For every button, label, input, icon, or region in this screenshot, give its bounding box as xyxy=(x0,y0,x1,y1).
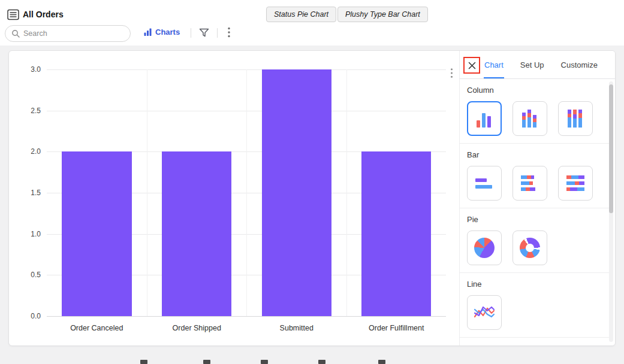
tab-set-up[interactable]: Set Up xyxy=(520,51,545,78)
grouped-column-icon xyxy=(474,108,495,129)
chart-type-grouped-bar[interactable] xyxy=(467,166,502,201)
chart-type-stacked-column[interactable] xyxy=(513,101,547,136)
toolbar-divider xyxy=(191,28,191,38)
chart-card: 0.00.51.01.52.02.53.0Order CanceledOrder… xyxy=(8,50,616,346)
search-input[interactable] xyxy=(5,25,131,42)
tab-customize[interactable]: Customize xyxy=(560,51,598,78)
pie-icon xyxy=(474,238,495,258)
x-axis-category-label: Submitted xyxy=(247,324,346,332)
close-icon xyxy=(468,62,476,69)
close-button-highlight xyxy=(463,57,480,74)
chart-type-stacked-bar[interactable] xyxy=(513,166,547,201)
stacked-column-icon xyxy=(519,108,541,129)
gridline xyxy=(47,316,446,317)
view-button-plushy-type-bar-chart[interactable]: Plushy Type Bar Chart xyxy=(337,7,428,22)
stacked-bar-icon xyxy=(519,172,541,194)
y-axis-tick-label: 2.5 xyxy=(14,107,41,115)
top-header: All Orders Status Pie Chart Plushy Type … xyxy=(0,0,624,46)
bar-order-canceled[interactable] xyxy=(62,151,132,316)
charts-button[interactable]: Charts xyxy=(144,28,180,37)
y-axis-tick-label: 3.0 xyxy=(14,65,41,74)
x-axis-category-label: Order Shipped xyxy=(147,324,247,332)
panel-tabs: Chart Set Up Customize xyxy=(484,51,598,78)
clipped-mark xyxy=(140,360,147,364)
grouped-bar-icon xyxy=(474,172,495,194)
section-bar: Bar xyxy=(460,144,609,208)
chart-type-100-stacked-bar[interactable] xyxy=(558,166,593,201)
view-list-icon[interactable] xyxy=(6,8,20,21)
charts-button-label: Charts xyxy=(155,28,180,37)
y-axis-tick-label: 2.0 xyxy=(14,147,41,156)
bar-chart-area: 0.00.51.01.52.02.53.0Order CanceledOrder… xyxy=(9,51,459,345)
close-panel-button[interactable] xyxy=(465,59,478,72)
y-axis-tick-label: 0.5 xyxy=(14,271,41,279)
section-pie: Pie xyxy=(460,208,609,273)
chart-type-pie[interactable] xyxy=(467,230,502,265)
chart-type-list: Column xyxy=(460,79,609,345)
panel-header: Chart Set Up Customize xyxy=(460,51,615,79)
clipped-mark xyxy=(203,360,210,364)
search-icon xyxy=(11,29,20,38)
category-slot: Submitted xyxy=(246,69,346,316)
panel-scrollbar[interactable] xyxy=(609,81,613,342)
section-label: X,Y (Scatter) xyxy=(467,344,602,345)
section-scatter: X,Y (Scatter) xyxy=(460,338,609,345)
section-label: Pie xyxy=(467,215,602,225)
line-chart-icon xyxy=(474,304,495,321)
toolbar-divider xyxy=(217,28,218,38)
kebab-menu-icon[interactable] xyxy=(227,26,231,40)
100-stacked-column-icon xyxy=(565,108,586,129)
section-label: Column xyxy=(467,86,602,95)
bar-submitted[interactable] xyxy=(262,69,331,316)
donut-icon xyxy=(520,238,540,258)
search-field[interactable] xyxy=(23,29,124,38)
chart-type-grouped-column[interactable] xyxy=(467,101,502,136)
y-axis-tick-label: 0.0 xyxy=(14,312,41,320)
x-axis-category-label: Order Fulfillment xyxy=(347,324,447,332)
category-slot: Order Fulfillment xyxy=(346,69,447,316)
clipped-mark xyxy=(378,360,385,364)
chart-type-line[interactable] xyxy=(467,295,502,330)
y-axis-tick-label: 1.0 xyxy=(14,230,41,238)
tab-chart[interactable]: Chart xyxy=(484,51,504,78)
category-slot: Order Canceled xyxy=(47,69,147,316)
clipped-mark xyxy=(318,360,325,364)
category-slot: Order Shipped xyxy=(147,69,247,316)
section-column: Column xyxy=(460,79,609,144)
vertical-dots-icon xyxy=(227,26,231,38)
clipped-mark xyxy=(261,360,268,364)
vertical-dots-icon xyxy=(450,68,453,78)
x-axis-category-label: Order Canceled xyxy=(47,324,147,332)
bar-order-fulfillment[interactable] xyxy=(361,151,431,316)
section-label: Bar xyxy=(467,150,602,160)
charts-icon xyxy=(144,28,152,36)
chart-config-panel: Chart Set Up Customize Column xyxy=(459,51,615,345)
chart-type-donut[interactable] xyxy=(513,230,547,265)
scrollbar-thumb[interactable] xyxy=(609,84,613,213)
section-line: Line xyxy=(460,273,609,338)
section-label: Line xyxy=(467,280,602,289)
chart-menu-icon[interactable] xyxy=(450,68,453,80)
funnel-icon xyxy=(198,27,210,38)
y-axis-tick-label: 1.5 xyxy=(14,189,41,197)
list-icon xyxy=(7,9,19,20)
100-stacked-bar-icon xyxy=(565,172,586,194)
plot-area: 0.00.51.01.52.02.53.0Order CanceledOrder… xyxy=(47,69,446,316)
bar-order-shipped[interactable] xyxy=(162,151,231,316)
filter-icon[interactable] xyxy=(198,27,210,40)
view-button-status-pie-chart[interactable]: Status Pie Chart xyxy=(266,7,336,22)
page-title: All Orders xyxy=(23,10,64,19)
chart-type-100-stacked-column[interactable] xyxy=(558,101,593,136)
